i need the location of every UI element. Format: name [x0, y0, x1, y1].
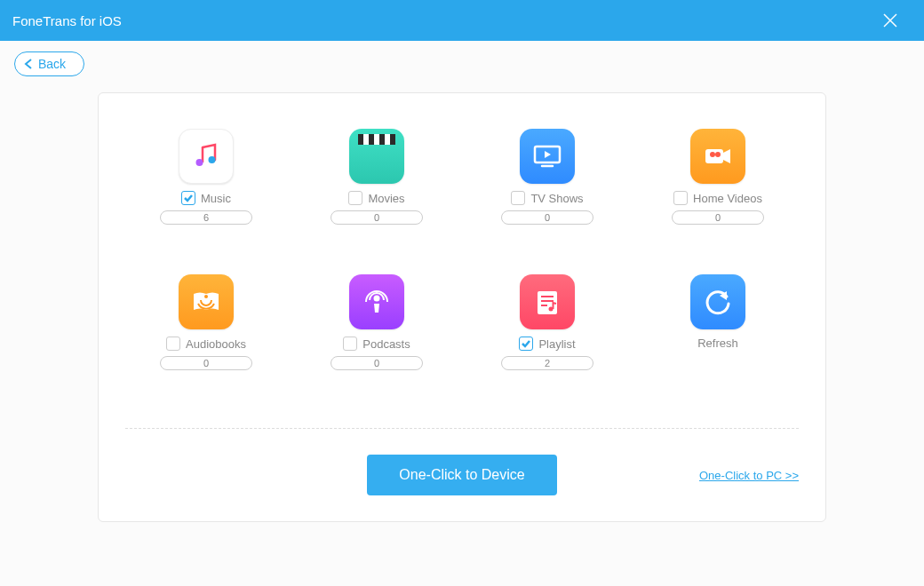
window-title: FoneTrans for iOS [12, 13, 869, 28]
refresh-label: Refresh [697, 337, 738, 350]
titlebar: FoneTrans for iOS [0, 0, 924, 41]
one-click-to-device-button[interactable]: One-Click to Device [367, 455, 556, 495]
audiobooks-icon [179, 274, 234, 329]
svg-point-17 [374, 296, 380, 302]
podcasts-icon [349, 274, 404, 329]
category-homevideos[interactable]: Home Videos 0 [672, 129, 764, 225]
category-audiobooks[interactable]: Audiobooks 0 [160, 274, 252, 375]
homevideos-icon [690, 129, 745, 184]
playlist-icon [520, 274, 575, 329]
audiobooks-count: 0 [160, 356, 252, 370]
close-button[interactable] [869, 0, 912, 41]
movies-icon [349, 129, 404, 184]
playlist-count: 2 [501, 356, 593, 370]
svg-rect-4 [358, 134, 395, 145]
back-label: Back [38, 57, 66, 71]
refresh-button[interactable]: Refresh [690, 274, 745, 375]
audiobooks-checkbox[interactable] [166, 337, 180, 351]
playlist-checkbox[interactable] [519, 337, 533, 351]
back-button[interactable]: Back [14, 51, 84, 76]
svg-rect-7 [379, 134, 385, 145]
svg-point-15 [715, 152, 721, 157]
homevideos-checkbox[interactable] [673, 191, 688, 205]
homevideos-label: Home Videos [693, 192, 762, 205]
one-click-to-pc-link[interactable]: One-Click to PC >> [699, 469, 799, 482]
svg-point-3 [209, 156, 216, 163]
divider [125, 428, 799, 429]
podcasts-count: 0 [331, 356, 423, 370]
category-grid: Music 6 [125, 129, 799, 375]
refresh-icon [690, 274, 745, 329]
podcasts-label: Podcasts [362, 337, 410, 351]
tvshows-count: 0 [501, 210, 593, 225]
music-label: Music [201, 192, 231, 205]
music-checkbox[interactable] [181, 191, 195, 205]
footer-actions: One-Click to Device One-Click to PC >> [125, 450, 799, 500]
podcasts-checkbox[interactable] [343, 337, 357, 351]
svg-point-16 [204, 295, 208, 298]
main-panel: Music 6 [98, 92, 826, 522]
movies-count: 0 [331, 210, 423, 225]
svg-marker-13 [723, 149, 730, 163]
content-area: Back Music [0, 41, 924, 586]
svg-rect-5 [358, 134, 363, 145]
chevron-left-icon [24, 58, 33, 70]
playlist-label: Playlist [538, 337, 575, 351]
svg-point-14 [710, 152, 715, 157]
audiobooks-label: Audiobooks [186, 337, 246, 351]
movies-checkbox[interactable] [348, 191, 362, 205]
close-icon [882, 12, 898, 28]
tvshows-icon [520, 129, 575, 184]
svg-marker-10 [545, 151, 551, 158]
category-podcasts[interactable]: Podcasts 0 [331, 274, 423, 375]
movies-label: Movies [368, 192, 404, 205]
music-icon [179, 129, 234, 184]
tvshows-label: TV Shows [530, 192, 583, 205]
music-count: 6 [160, 210, 252, 225]
svg-rect-8 [390, 134, 395, 145]
category-tvshows[interactable]: TV Shows 0 [501, 129, 593, 225]
svg-rect-6 [369, 134, 374, 145]
category-playlist[interactable]: Playlist 2 [501, 274, 593, 375]
svg-point-2 [196, 159, 203, 166]
category-music[interactable]: Music 6 [160, 129, 252, 225]
category-movies[interactable]: Movies 0 [331, 129, 423, 225]
homevideos-count: 0 [672, 210, 764, 225]
tvshows-checkbox[interactable] [511, 191, 525, 205]
